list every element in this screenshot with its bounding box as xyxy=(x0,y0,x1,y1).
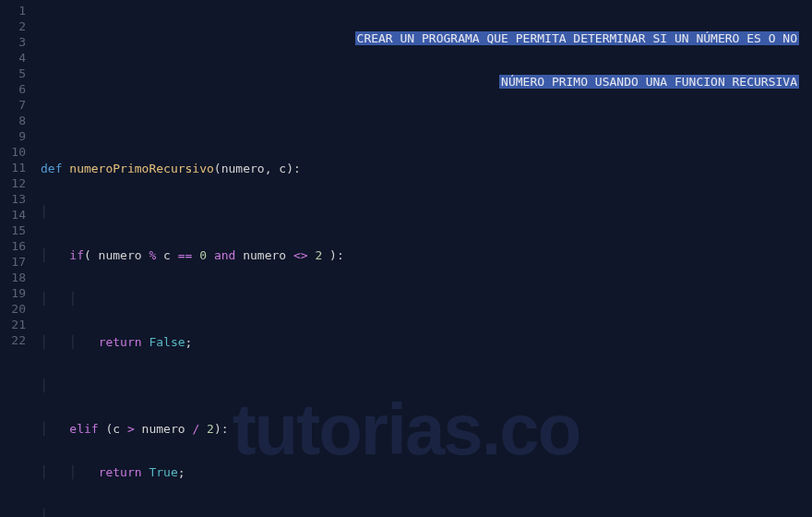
code-line: │ xyxy=(41,378,812,393)
code-line: CREAR UN PROGRAMA QUE PERMITA DETERMINAR… xyxy=(41,30,812,46)
line-number: 18 xyxy=(0,270,26,285)
line-number: 16 xyxy=(0,238,26,254)
line-number: 4 xyxy=(0,50,26,66)
line-number-gutter: 12345678910111213141516171819202122 xyxy=(0,0,33,517)
line-number: 10 xyxy=(0,144,26,160)
line-number: 7 xyxy=(0,97,26,113)
line-number: 13 xyxy=(0,191,26,207)
line-number: 1 xyxy=(0,3,26,18)
line-number: 20 xyxy=(0,301,26,317)
line-number: 14 xyxy=(0,207,26,222)
line-number: 5 xyxy=(0,66,26,81)
code-line: │ xyxy=(41,508,812,517)
line-number: 9 xyxy=(0,128,26,144)
line-number: 22 xyxy=(0,332,26,348)
code-line: │ if( numero % c == 0 and numero <> 2 ): xyxy=(41,247,812,263)
code-line: │ xyxy=(41,204,812,220)
code-area[interactable]: CREAR UN PROGRAMA QUE PERMITA DETERMINAR… xyxy=(33,0,812,517)
comment-highlight: NÚMERO PRIMO USANDO UNA FUNCION RECURSIV… xyxy=(499,75,799,89)
line-number: 2 xyxy=(0,18,26,34)
line-number: 11 xyxy=(0,160,26,175)
code-line: │ │ xyxy=(41,291,812,307)
code-line: def numeroPrimoRecursivo(numero, c): xyxy=(41,161,812,176)
code-line: │ │ return True; xyxy=(41,464,812,480)
line-number: 17 xyxy=(0,254,26,270)
line-number: 3 xyxy=(0,34,26,50)
code-line: │ elif (c > numero / 2): xyxy=(41,421,812,437)
line-number: 15 xyxy=(0,222,26,238)
line-number: 12 xyxy=(0,175,26,191)
code-line: │ │ return False; xyxy=(41,334,812,350)
line-number: 19 xyxy=(0,285,26,301)
comment-highlight: CREAR UN PROGRAMA QUE PERMITA DETERMINAR… xyxy=(355,31,799,45)
code-editor[interactable]: 12345678910111213141516171819202122 CREA… xyxy=(0,0,812,517)
code-line: NÚMERO PRIMO USANDO UNA FUNCION RECURSIV… xyxy=(41,74,812,90)
line-number: 8 xyxy=(0,113,26,128)
line-number: 6 xyxy=(0,81,26,97)
code-line xyxy=(41,117,812,133)
line-number: 21 xyxy=(0,317,26,332)
